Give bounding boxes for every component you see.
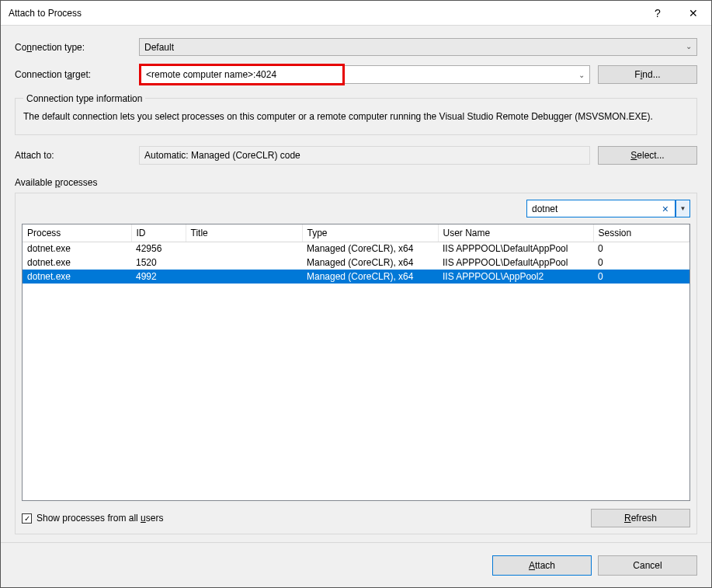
attach-to-process-dialog: Attach to Process ? ✕ Connection type: D… [0, 0, 712, 588]
cell-id: 4992 [131, 270, 186, 284]
below-table-row: ✓ Show processes from all users Refresh [22, 509, 690, 527]
cell-session: 0 [593, 242, 689, 256]
cell-process: dotnet.exe [23, 270, 131, 284]
info-group-body: The default connection lets you select p… [23, 110, 689, 124]
check-icon: ✓ [24, 514, 30, 523]
connection-type-label: Connection type: [15, 42, 131, 53]
help-button[interactable]: ? [640, 1, 676, 26]
show-all-users-label: Show processes from all users [36, 513, 163, 524]
connection-target-label: Connection target: [15, 69, 131, 80]
cell-title [186, 256, 302, 270]
connection-type-row: Connection type: Default ⌄ [15, 38, 697, 56]
show-all-users-checkbox[interactable]: ✓ [22, 513, 32, 524]
chevron-down-icon: ▼ [680, 205, 686, 212]
connection-target-row: Connection target: <remote computer name… [15, 64, 697, 85]
connection-target-dropdown[interactable]: ⌄ [345, 65, 590, 84]
table-row[interactable]: dotnet.exe4992Managed (CoreCLR), x64IIS … [23, 270, 689, 284]
cell-session: 0 [593, 256, 689, 270]
table-row[interactable]: dotnet.exe42956Managed (CoreCLR), x64IIS… [23, 242, 689, 256]
process-table[interactable]: Process ID Title Type User Name Session … [23, 224, 689, 284]
available-processes-label: Available processes [15, 177, 697, 188]
filter-row: dotnet × ▼ [22, 200, 690, 217]
cell-type: Managed (CoreCLR), x64 [302, 270, 438, 284]
chevron-down-icon: ⌄ [578, 71, 585, 79]
cell-id: 1520 [131, 256, 186, 270]
connection-type-combo[interactable]: Default ⌄ [139, 38, 697, 56]
attach-button[interactable]: Attach [492, 555, 592, 576]
connection-type-value: Default [144, 42, 174, 53]
col-header-id[interactable]: ID [131, 224, 186, 242]
process-panel: dotnet × ▼ Process ID Title Type Us [15, 193, 697, 534]
cell-process: dotnet.exe [23, 242, 131, 256]
select-button[interactable]: Select... [598, 146, 697, 165]
dialog-content: Connection type: Default ⌄ Connection ta… [1, 26, 711, 542]
chevron-down-icon: ⌄ [686, 42, 692, 50]
dialog-footer: Attach Cancel [1, 542, 711, 587]
close-button[interactable]: ✕ [676, 1, 711, 26]
cell-id: 42956 [131, 242, 186, 256]
attach-to-label: Attach to: [15, 150, 131, 161]
cell-type: Managed (CoreCLR), x64 [302, 256, 438, 270]
attach-to-value: Automatic: Managed (CoreCLR) code [139, 146, 590, 165]
cancel-button[interactable]: Cancel [598, 555, 697, 576]
cell-process: dotnet.exe [23, 256, 131, 270]
col-header-type[interactable]: Type [302, 224, 438, 242]
connection-type-info-group: Connection type information The default … [15, 98, 697, 135]
col-header-title[interactable]: Title [186, 224, 302, 242]
table-row[interactable]: dotnet.exe1520Managed (CoreCLR), x64IIS … [23, 256, 689, 270]
col-header-user[interactable]: User Name [438, 224, 593, 242]
col-header-session[interactable]: Session [593, 224, 689, 242]
cell-title [186, 242, 302, 256]
info-group-title: Connection type information [23, 93, 145, 104]
titlebar: Attach to Process ? ✕ [1, 1, 711, 26]
process-table-container: Process ID Title Type User Name Session … [22, 224, 690, 501]
refresh-button[interactable]: Refresh [591, 509, 690, 527]
table-header-row: Process ID Title Type User Name Session [23, 224, 689, 242]
find-button[interactable]: Find... [598, 65, 697, 84]
cell-title [186, 270, 302, 284]
cell-type: Managed (CoreCLR), x64 [302, 242, 438, 256]
process-filter-input[interactable]: dotnet × [526, 200, 676, 217]
cell-user: IIS APPPOOL\AppPool2 [438, 270, 593, 284]
attach-to-row: Attach to: Automatic: Managed (CoreCLR) … [15, 146, 697, 165]
col-header-process[interactable]: Process [23, 224, 131, 242]
window-title: Attach to Process [9, 8, 82, 19]
clear-filter-icon[interactable]: × [659, 203, 672, 215]
filter-dropdown-button[interactable]: ▼ [676, 200, 690, 217]
cell-session: 0 [593, 270, 689, 284]
cell-user: IIS APPPOOL\DefaultAppPool [438, 256, 593, 270]
connection-target-input[interactable]: <remote computer name>:4024 [139, 64, 345, 85]
cell-user: IIS APPPOOL\DefaultAppPool [438, 242, 593, 256]
